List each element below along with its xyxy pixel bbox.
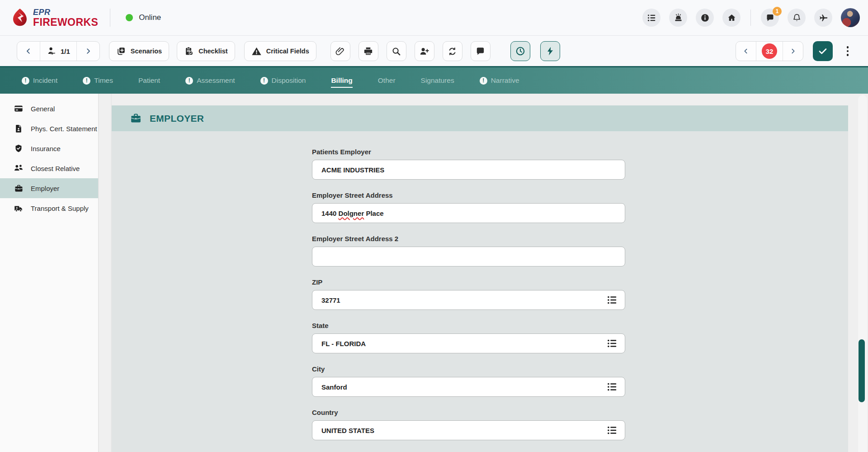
brand-line1: EPR bbox=[33, 8, 98, 16]
field-label: Patients Employer bbox=[312, 147, 625, 156]
brand-line2: FIREWORKS bbox=[33, 17, 98, 28]
add-person-icon bbox=[419, 46, 429, 57]
city-input[interactable] bbox=[312, 377, 625, 397]
tab-disposition[interactable]: Disposition bbox=[260, 76, 306, 85]
info-button[interactable] bbox=[696, 9, 714, 27]
critical-fields-button[interactable]: Critical Fields bbox=[244, 41, 316, 61]
lightning-icon bbox=[545, 46, 555, 56]
certificate-document-icon bbox=[14, 124, 24, 133]
time-tracking-button[interactable] bbox=[510, 41, 530, 61]
check-icon bbox=[817, 46, 828, 57]
chevron-left-icon bbox=[742, 48, 750, 55]
alert-count-badge: 32 bbox=[762, 43, 777, 59]
alert-count-wrap: 32 bbox=[756, 42, 783, 61]
state-input[interactable] bbox=[312, 333, 625, 353]
zip-input[interactable] bbox=[312, 290, 625, 310]
briefcase-icon bbox=[14, 184, 24, 193]
user-avatar[interactable] bbox=[841, 8, 860, 27]
billing-content: General Phys. Cert. Statement Insurance … bbox=[0, 94, 868, 452]
scenarios-button[interactable]: Scenarios bbox=[109, 41, 169, 61]
list-icon bbox=[647, 13, 656, 23]
tab-narrative[interactable]: Narrative bbox=[480, 76, 519, 85]
employer-street-address-2-field: Employer Street Address 2 bbox=[312, 234, 625, 266]
flame-logo-icon bbox=[11, 8, 29, 28]
employer-street-address-input[interactable]: 1440 Dolgner Place bbox=[312, 203, 625, 223]
tab-assessment[interactable]: Assessment bbox=[185, 76, 235, 85]
zip-list-button[interactable] bbox=[605, 293, 619, 307]
connection-status: Online bbox=[126, 13, 161, 22]
list-icon bbox=[606, 381, 618, 393]
section-title: EMPLOYER bbox=[150, 113, 204, 124]
add-person-button[interactable] bbox=[415, 41, 434, 61]
record-pager-count: 1/1 bbox=[61, 48, 70, 55]
credit-card-icon bbox=[14, 104, 24, 114]
print-icon bbox=[363, 46, 373, 57]
tab-times[interactable]: Times bbox=[83, 76, 113, 85]
messages-button[interactable]: 1 bbox=[761, 9, 779, 27]
search-icon bbox=[391, 46, 401, 57]
print-button[interactable] bbox=[359, 41, 378, 61]
tab-patient[interactable]: Patient bbox=[138, 76, 160, 85]
notifications-button[interactable] bbox=[788, 9, 806, 27]
app-header: EPR FIREWORKS Online bbox=[0, 0, 868, 36]
tab-billing[interactable]: Billing bbox=[331, 76, 352, 85]
checklist-button[interactable]: Checklist bbox=[177, 41, 235, 61]
country-input[interactable] bbox=[312, 420, 625, 440]
previous-alert-button[interactable] bbox=[736, 42, 756, 61]
ambulance-icon bbox=[14, 203, 24, 214]
patients-employer-input[interactable] bbox=[312, 160, 625, 180]
brand-logo: EPR FIREWORKS bbox=[11, 8, 98, 28]
employer-street-address-2-input[interactable] bbox=[312, 247, 625, 266]
alert-icon bbox=[480, 77, 487, 85]
city-field: City bbox=[312, 365, 625, 397]
warning-triangle-icon bbox=[251, 46, 262, 57]
previous-record-button[interactable] bbox=[17, 42, 40, 61]
info-icon bbox=[700, 13, 710, 23]
tab-other[interactable]: Other bbox=[378, 76, 396, 85]
sidebar-item-transport-supply[interactable]: Transport & Supply bbox=[0, 198, 98, 218]
home-button[interactable] bbox=[722, 9, 741, 27]
list-menu-button[interactable] bbox=[642, 9, 660, 27]
vertical-scrollbar-thumb[interactable] bbox=[859, 339, 865, 402]
tab-incident[interactable]: Incident bbox=[22, 76, 57, 85]
clock-icon bbox=[515, 46, 526, 57]
sidebar-item-closest-relative[interactable]: Closest Relative bbox=[0, 158, 98, 178]
sidebar-item-insurance[interactable]: Insurance bbox=[0, 138, 98, 158]
sidebar-item-general[interactable]: General bbox=[0, 99, 98, 119]
section-tabs: Incident Times Patient Assessment Dispos… bbox=[0, 66, 868, 94]
search-button[interactable] bbox=[387, 41, 406, 61]
attachments-button[interactable] bbox=[330, 41, 350, 61]
chevron-right-icon bbox=[789, 48, 797, 55]
chat-icon bbox=[765, 13, 775, 23]
checklist-label: Checklist bbox=[198, 48, 227, 55]
state-list-button[interactable] bbox=[605, 337, 619, 350]
scenarios-icon bbox=[116, 46, 126, 56]
billing-sidebar: General Phys. Cert. Statement Insurance … bbox=[0, 94, 98, 452]
next-record-button[interactable] bbox=[77, 42, 99, 61]
comment-icon bbox=[475, 46, 486, 57]
comments-button[interactable] bbox=[471, 41, 491, 61]
chevron-right-icon bbox=[84, 47, 92, 55]
list-icon bbox=[606, 294, 618, 306]
country-list-button[interactable] bbox=[605, 423, 619, 437]
field-label: Employer Street Address bbox=[312, 191, 625, 200]
employer-section-header: EMPLOYER bbox=[112, 105, 848, 131]
employer-form: Patients Employer Employer Street Addres… bbox=[112, 131, 848, 452]
city-list-button[interactable] bbox=[605, 380, 619, 394]
tab-signatures[interactable]: Signatures bbox=[421, 76, 454, 85]
sync-button[interactable] bbox=[443, 41, 462, 61]
validate-button[interactable] bbox=[813, 41, 833, 61]
next-alert-button[interactable] bbox=[783, 42, 803, 61]
flight-mode-button[interactable] bbox=[814, 9, 832, 27]
vertical-scrollbar-track[interactable] bbox=[858, 95, 867, 452]
attachment-icon bbox=[335, 46, 345, 57]
critical-fields-label: Critical Fields bbox=[266, 48, 309, 55]
misspelled-word: Dolgner bbox=[339, 209, 364, 217]
more-options-button[interactable] bbox=[841, 41, 854, 61]
quick-actions-button[interactable] bbox=[540, 41, 560, 61]
siren-button[interactable] bbox=[669, 9, 687, 27]
messages-badge: 1 bbox=[773, 7, 782, 16]
sidebar-item-phys-cert-statement[interactable]: Phys. Cert. Statement bbox=[0, 119, 98, 138]
alert-icon bbox=[22, 77, 29, 85]
sidebar-item-employer[interactable]: Employer bbox=[0, 178, 98, 198]
